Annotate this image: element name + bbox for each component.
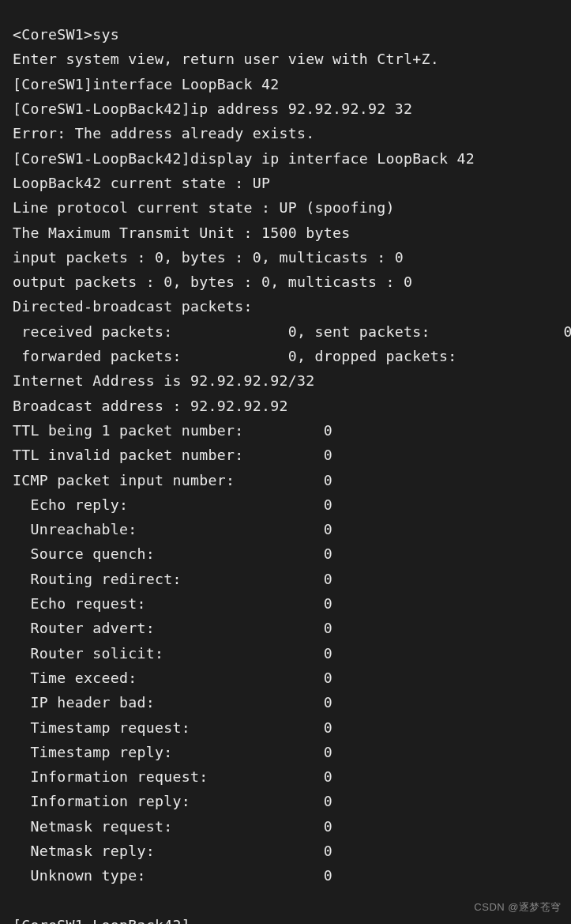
terminal-output[interactable]: <CoreSW1>sys Enter system view, return u… xyxy=(0,14,571,924)
terminal-line: Netmask request: 0 xyxy=(13,818,332,835)
terminal-line: Broadcast address : 92.92.92.92 xyxy=(13,398,288,414)
terminal-line: Time exceed: 0 xyxy=(13,669,332,686)
terminal-line: Router solicit: 0 xyxy=(13,645,332,662)
terminal-line: Error: The address already exists. xyxy=(13,125,315,141)
terminal-line: forwarded packets: 0, dropped packets: 0 xyxy=(13,348,571,364)
terminal-line: Source quench: 0 xyxy=(13,545,332,562)
terminal-line: The Maximum Transmit Unit : 1500 bytes xyxy=(13,224,351,241)
terminal-line: Enter system view, return user view with… xyxy=(13,51,439,67)
terminal-line: [CoreSW1]interface LoopBack 42 xyxy=(13,76,280,92)
terminal-line: received packets: 0, sent packets: 0 xyxy=(13,323,571,340)
terminal-line: Line protocol current state : UP (spoofi… xyxy=(13,199,395,216)
terminal-line: input packets : 0, bytes : 0, multicasts… xyxy=(13,249,404,266)
terminal-line: Internet Address is 92.92.92.92/32 xyxy=(13,372,315,389)
terminal-line: [CoreSW1-LoopBack42] xyxy=(13,917,190,924)
terminal-line: Echo reply: 0 xyxy=(13,496,332,513)
terminal-line: LoopBack42 current state : UP xyxy=(13,175,270,191)
terminal-line: <CoreSW1>sys xyxy=(13,26,119,43)
terminal-line: IP header bad: 0 xyxy=(13,694,332,711)
terminal-line: Netmask reply: 0 xyxy=(13,843,332,859)
terminal-line: TTL being 1 packet number: 0 xyxy=(13,422,332,439)
terminal-line: Echo request: 0 xyxy=(13,595,332,612)
terminal-line: ICMP packet input number: 0 xyxy=(13,472,332,488)
terminal-line: [CoreSW1-LoopBack42]display ip interface… xyxy=(13,150,475,167)
terminal-line: Directed-broadcast packets: xyxy=(13,298,253,315)
terminal-line: Router advert: 0 xyxy=(13,620,332,636)
terminal-line: TTL invalid packet number: 0 xyxy=(13,447,332,463)
terminal-line: Timestamp request: 0 xyxy=(13,719,332,736)
terminal-line: Information request: 0 xyxy=(13,768,332,785)
terminal-line: output packets : 0, bytes : 0, multicast… xyxy=(13,273,412,290)
terminal-line: Information reply: 0 xyxy=(13,793,332,809)
terminal-line: Unknown type: 0 xyxy=(13,867,332,884)
terminal-line: Routing redirect: 0 xyxy=(13,571,332,587)
terminal-line: Timestamp reply: 0 xyxy=(13,744,332,760)
watermark-text: CSDN @逐梦苍穹 xyxy=(474,900,562,915)
terminal-line: [CoreSW1-LoopBack42]ip address 92.92.92.… xyxy=(13,100,412,117)
terminal-line: Unreachable: 0 xyxy=(13,521,332,537)
